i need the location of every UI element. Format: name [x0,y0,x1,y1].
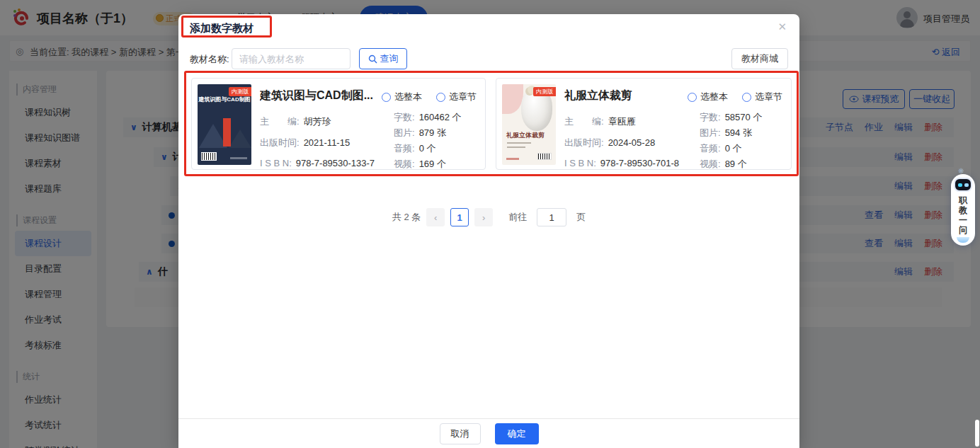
textbook-cover: 内测版 礼服立体裁剪 [502,84,556,165]
wave-decoration [957,237,969,243]
select-whole-radio[interactable]: 选整本 [382,91,422,103]
next-arrow-icon: › [482,212,485,223]
select-chapter-radio[interactable]: 选章节 [436,91,477,103]
textbook-title: 建筑识图与CAD制图... [260,88,379,103]
barcode [537,153,552,160]
barcode [201,152,217,161]
next-page-button[interactable]: › [474,208,493,226]
textbook-store-button[interactable]: 教材商城 [731,48,788,69]
textbook-card: 内测版 建筑识图与CAD制图 建筑识图与CAD制图... 选整本 选章节 主 编… [191,78,486,170]
radio-icon [382,93,391,102]
audio-count-field: 音频:0 个 [394,142,435,155]
sparkle-icon: ❋ [958,167,964,175]
textbook-name-label: 教材名称: [190,53,229,66]
goto-suffix: 页 [576,211,586,224]
editor-field: 主 编:章瓯雁 [564,115,636,128]
textbook-card: 内测版 礼服立体裁剪 礼服立体裁剪 选整本 选章节 主 编:章瓯雁 出版时间:2… [496,78,792,170]
ai-assistant-widget[interactable]: ❋ 职教一问 [951,174,975,246]
isbn-field: I S B N:978-7-89530-133-7 [260,158,375,168]
select-chapter-radio[interactable]: 选章节 [742,91,782,103]
image-count-field: 图片:594 张 [700,127,752,139]
confirm-button[interactable]: 确定 [495,423,539,444]
word-count-field: 字数:160462 个 [394,111,462,124]
current-page[interactable]: 1 [450,208,469,226]
add-textbook-dialog: 添加数字教材 ✕ 教材名称: 查询 教材商城 内测版 建筑识图与CAD制图 建筑… [178,14,799,448]
robot-icon [954,178,972,192]
assistant-label: 职教一问 [951,195,975,235]
radio-icon [742,93,751,102]
word-count-field: 字数:58570 个 [700,111,762,124]
scrollbar-thumb[interactable] [975,420,979,447]
audio-count-field: 音频:0 个 [700,142,741,155]
video-count-field: 视频:169 个 [394,158,446,171]
search-icon [368,54,377,64]
pagination: 共 2 条 ‹ 1 › 前往 页 [178,208,799,226]
textbook-cover: 内测版 建筑识图与CAD制图 [198,84,251,165]
query-button[interactable]: 查询 [359,48,407,69]
publish-date-field: 出版时间:2024-05-28 [564,137,655,149]
radio-icon [688,93,697,102]
image-count-field: 图片:879 张 [394,127,446,139]
dialog-footer: 取消 确定 [178,418,799,448]
select-whole-radio[interactable]: 选整本 [688,91,728,103]
goto-page-input[interactable] [537,208,566,226]
video-count-field: 视频:89 个 [700,158,747,171]
textbook-name-input[interactable] [232,48,351,69]
beta-badge: 内测版 [229,87,251,96]
publish-date-field: 出版时间:2021-11-15 [260,137,350,149]
textbook-title: 礼服立体裁剪 [564,88,683,103]
close-icon[interactable]: ✕ [777,21,787,33]
prev-page-button[interactable]: ‹ [426,208,445,226]
total-count: 共 2 条 [392,211,421,224]
isbn-field: I S B N:978-7-89530-701-8 [564,158,679,168]
dialog-title: 添加数字教材 [190,22,253,35]
prev-arrow-icon: ‹ [434,212,437,223]
goto-label: 前往 [508,211,527,224]
cancel-button[interactable]: 取消 [440,423,481,444]
radio-icon [436,93,445,102]
beta-badge: 内测版 [533,87,556,96]
editor-field: 主 编:胡芳珍 [260,115,331,128]
